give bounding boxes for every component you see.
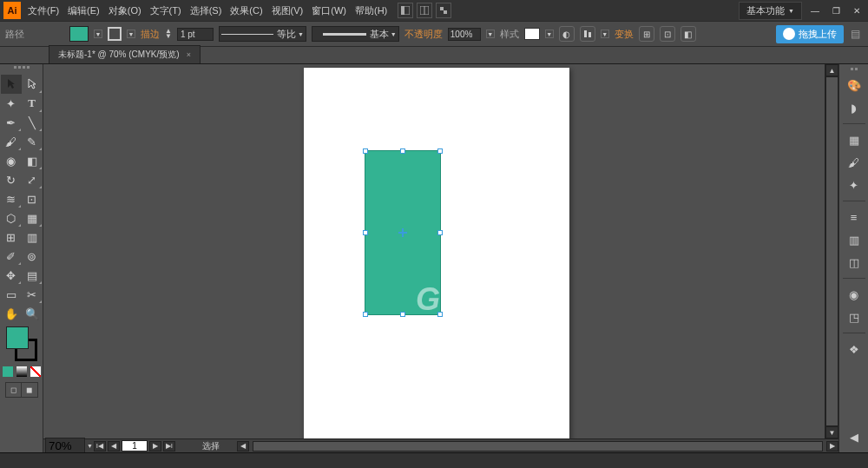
selection-tool[interactable] xyxy=(1,75,22,94)
direct-selection-tool[interactable] xyxy=(22,75,43,94)
menu-effect[interactable]: 效果(C) xyxy=(230,4,262,17)
perspective-tool[interactable]: ▦ xyxy=(22,208,43,227)
v-scroll-track[interactable] xyxy=(825,76,838,426)
fill-stroke-control[interactable] xyxy=(4,326,39,361)
appearance-panel-icon[interactable]: ◉ xyxy=(843,284,865,305)
style-dropdown-icon[interactable]: ▼ xyxy=(545,30,554,38)
pencil-tool[interactable]: ✎ xyxy=(22,132,43,151)
resize-handle[interactable] xyxy=(437,312,443,317)
graph-tool[interactable]: ▤ xyxy=(22,266,43,285)
opacity-dropdown-icon[interactable]: ▼ xyxy=(486,30,495,38)
align-icon[interactable] xyxy=(580,26,595,42)
fill-dropdown-icon[interactable]: ▼ xyxy=(94,30,102,38)
recolor-icon[interactable]: ◐ xyxy=(559,26,575,42)
symbol-spray-tool[interactable]: ✥ xyxy=(1,266,22,285)
align-dropdown-icon[interactable]: ▼ xyxy=(601,30,609,38)
canvas[interactable]: G X I system ▼ I◀ ◀ 1 ▶ ▶I 选择 xyxy=(43,64,838,452)
brushes-panel-icon[interactable]: 🖌 xyxy=(843,152,865,173)
scroll-down-button[interactable]: ▼ xyxy=(825,426,838,438)
menu-help[interactable]: 帮助(H) xyxy=(355,4,387,17)
transform-icon1[interactable]: ⊞ xyxy=(639,26,654,42)
h-scroll-track[interactable] xyxy=(253,441,823,452)
brush-tool[interactable]: 🖌 xyxy=(1,132,22,151)
slice-tool[interactable]: ✂ xyxy=(22,285,43,304)
fill-swatch[interactable] xyxy=(69,26,89,42)
transform-label[interactable]: 变换 xyxy=(615,28,634,41)
maximize-button[interactable]: ❐ xyxy=(828,4,844,16)
resize-handle[interactable] xyxy=(437,148,443,154)
layout2-icon[interactable] xyxy=(417,3,432,18)
width-tool[interactable]: ≋ xyxy=(1,189,22,208)
panel-menu-icon[interactable]: ▤ xyxy=(847,26,863,42)
eyedropper-tool[interactable]: ✐ xyxy=(1,247,22,266)
menu-select[interactable]: 选择(S) xyxy=(190,4,222,17)
artboard[interactable]: G X I system xyxy=(304,68,569,441)
stroke-weight-input[interactable] xyxy=(177,28,214,41)
menu-edit[interactable]: 编辑(E) xyxy=(68,4,100,17)
gradient-panel-icon[interactable]: ▥ xyxy=(843,229,865,250)
color-mode-none[interactable] xyxy=(30,366,41,377)
draw-mode-behind[interactable]: ◼ xyxy=(22,383,37,397)
shape-builder-tool[interactable]: ⬡ xyxy=(1,208,22,227)
rectangle-shape[interactable]: G X I system xyxy=(365,150,441,315)
pen-tool[interactable]: ✒ xyxy=(1,113,22,132)
dock-grip[interactable] xyxy=(842,68,866,73)
next-page-button[interactable]: ▶ xyxy=(149,441,161,452)
gradient-tool[interactable]: ▥ xyxy=(22,227,43,247)
stroke-panel-icon[interactable]: ≡ xyxy=(843,207,865,227)
zoom-input[interactable] xyxy=(45,438,85,452)
scroll-left-button[interactable]: ◀ xyxy=(237,441,249,452)
page-number-input[interactable]: 1 xyxy=(122,440,148,452)
v-scroll-thumb[interactable] xyxy=(826,77,838,425)
color-panel-icon[interactable]: 🎨 xyxy=(843,75,865,96)
stroke-label[interactable]: 描边 xyxy=(141,28,160,41)
color-mode-gradient[interactable] xyxy=(16,366,27,377)
rotate-tool[interactable]: ↻ xyxy=(1,170,22,189)
hand-tool[interactable]: ✋ xyxy=(1,304,22,323)
upload-button[interactable]: 拖拽上传 xyxy=(776,25,844,43)
document-tab[interactable]: 未标题-1* @ 70% (CMYK/预览) × xyxy=(49,45,201,63)
isolate-icon[interactable]: ◧ xyxy=(681,26,696,42)
workspace-switcher[interactable]: 基本功能 ▼ xyxy=(739,2,802,20)
resize-handle[interactable] xyxy=(437,230,443,235)
close-button[interactable]: ✕ xyxy=(849,4,865,16)
style-swatch[interactable] xyxy=(524,28,540,40)
scroll-up-button[interactable]: ▲ xyxy=(825,64,838,76)
stroke-weight-stepper[interactable]: ▲▼ xyxy=(165,29,172,39)
menu-type[interactable]: 文字(T) xyxy=(150,4,181,17)
magic-wand-tool[interactable]: ✦ xyxy=(1,94,22,113)
dash-profile-combo[interactable]: 等比▼ xyxy=(219,26,306,42)
resize-handle[interactable] xyxy=(400,148,405,154)
type-tool[interactable]: T xyxy=(22,94,43,113)
stroke-swatch[interactable] xyxy=(108,27,122,41)
prev-page-button[interactable]: ◀ xyxy=(108,441,120,452)
first-page-button[interactable]: I◀ xyxy=(94,441,106,452)
menu-view[interactable]: 视图(V) xyxy=(272,4,304,17)
arrange-icon[interactable] xyxy=(436,3,451,18)
last-page-button[interactable]: ▶I xyxy=(163,441,175,452)
minimize-button[interactable]: — xyxy=(807,4,823,16)
collapse-dock-icon[interactable]: ◀ xyxy=(843,426,865,447)
layout-icon[interactable] xyxy=(398,3,413,18)
menu-window[interactable]: 窗口(W) xyxy=(312,4,346,17)
opacity-label[interactable]: 不透明度 xyxy=(404,28,443,41)
h-scroll-thumb[interactable] xyxy=(253,442,822,451)
line-tool[interactable]: ╲ xyxy=(22,113,43,132)
blob-brush-tool[interactable]: ◉ xyxy=(1,151,22,170)
mesh-tool[interactable]: ⊞ xyxy=(1,227,22,247)
eraser-tool[interactable]: ◧ xyxy=(22,151,43,170)
graphic-styles-icon[interactable]: ◳ xyxy=(843,307,865,327)
zoom-dropdown-icon[interactable]: ▼ xyxy=(87,443,93,449)
scale-tool[interactable]: ⤢ xyxy=(22,170,43,189)
transform-icon2[interactable]: ⊡ xyxy=(660,26,675,42)
free-transform-tool[interactable]: ⊡ xyxy=(22,189,43,208)
resize-handle[interactable] xyxy=(400,312,405,317)
resize-handle[interactable] xyxy=(363,148,368,154)
close-tab-icon[interactable]: × xyxy=(187,50,191,59)
layers-panel-icon[interactable]: ❖ xyxy=(843,339,865,359)
blend-tool[interactable]: ⊚ xyxy=(22,247,43,266)
panel-grip[interactable] xyxy=(3,66,41,73)
swatches-panel-icon[interactable]: ▦ xyxy=(843,129,865,150)
scroll-right-button[interactable]: ▶ xyxy=(826,441,838,452)
color-guide-icon[interactable]: ◗ xyxy=(843,97,865,118)
